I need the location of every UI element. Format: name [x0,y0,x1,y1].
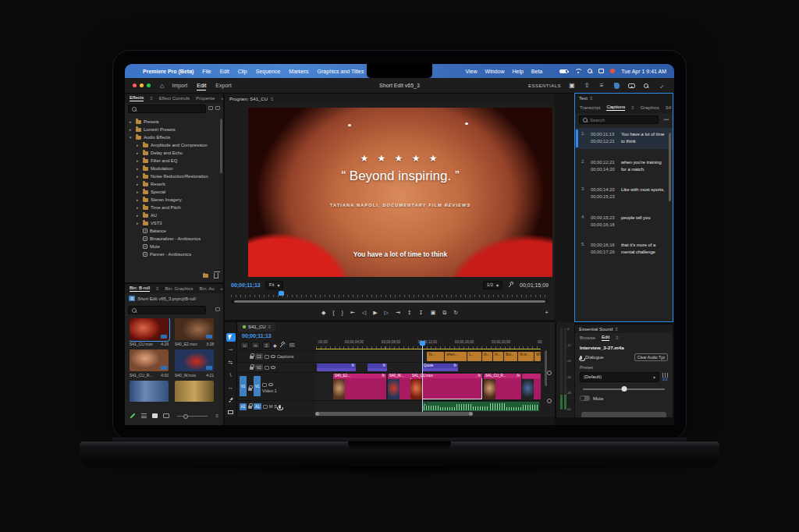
bin-clip-item[interactable]: S40_E2.mov3:28 [175,318,214,346]
audio-type-label[interactable]: Dialogue [585,355,604,360]
filter-32bit-icon[interactable] [215,106,220,110]
mode-tab-export[interactable]: Export [215,81,231,90]
timeline-playhead-head[interactable] [420,341,425,346]
caption-text[interactable]: when you're training for a match. [621,159,668,174]
video-clip[interactable]: S41_CU.movfx [410,374,482,399]
caption-entry[interactable]: 2.00;00;12;2100;00;14;20when you're trai… [575,156,673,177]
mark-out-button[interactable]: } [342,310,343,315]
caption-clip[interactable]: th... [493,352,503,361]
settings-button[interactable]: ↻ [453,310,458,315]
bin-search[interactable] [128,306,206,314]
sync-lock-icon[interactable] [265,355,269,359]
caption-clip[interactable]: L... [467,352,481,361]
workspace-label[interactable]: ESSENTIALS [528,83,561,88]
tab-browse[interactable]: Browse [580,335,595,340]
linked-selection-icon[interactable]: ∞ [251,342,260,349]
caption-text[interactable]: You have a lot of time to think [621,131,668,146]
expander-icon[interactable]: ▸ [137,143,140,147]
caption-clip[interactable]: Yo... [427,352,444,361]
sync-lock-icon[interactable] [262,383,267,387]
track-visibility-icon[interactable] [268,383,273,386]
captions-search[interactable] [579,115,659,124]
effects-tree-item[interactable]: ▸Special [125,188,219,196]
expander-icon[interactable]: ▸ [130,127,133,132]
clip-gain-icon[interactable]: 0.0 [662,373,668,381]
panel-menu-icon[interactable]: ≡ [150,96,153,101]
caption-entry[interactable]: 5.00;00;16;1600;00;17;26that it's more o… [575,239,673,260]
tab-transcript[interactable]: Transcript [580,105,600,110]
video-clip[interactable]: S41_CU_R...fx [484,374,521,399]
menubar-clock[interactable]: Tue Apr 1 9:41 AM [621,69,666,74]
sync-lock-icon[interactable] [263,405,268,409]
expander-icon[interactable]: ▸ [137,158,140,163]
effects-tree-item[interactable]: ▸Lumetri Presets [125,126,219,133]
tab-overflow-icon[interactable]: » [221,286,223,291]
panel-menu-icon[interactable]: ≡ [590,96,593,101]
wifi-icon[interactable] [574,69,581,74]
playback-resolution-dropdown[interactable]: 1/2▾ [483,281,502,289]
track-mute-button[interactable]: M [269,404,273,409]
expander-icon[interactable]: ▸ [137,197,140,202]
zoom-window-button[interactable] [147,83,151,87]
audio-meters-panel[interactable]: -6-12-24-36-48-60 [556,322,574,417]
effects-tree-item[interactable]: ▸Filter and EQ [125,157,219,165]
spotlight-icon[interactable] [588,69,592,73]
menu-clip[interactable]: Clip [238,69,247,74]
caption-clip[interactable]: But... [504,352,517,361]
expander-icon[interactable]: ▸ [137,213,140,218]
lock-icon[interactable] [250,367,254,370]
effects-tree-item[interactable]: Binauralizer - Ambisonics [125,235,219,243]
captions-search-input[interactable] [590,118,655,122]
tab-effects[interactable]: Effects [130,95,144,101]
captions-scrollbar[interactable] [669,133,671,201]
caption-clip[interactable]: Wh [534,352,541,361]
battery-icon[interactable] [559,69,568,73]
effects-tree-item[interactable]: ▸Time and Pitch [125,204,219,211]
expander-icon[interactable]: ▸ [130,119,133,124]
monitor-settings-wrench-icon[interactable] [507,281,515,289]
snap-icon[interactable]: ∪ [240,342,249,349]
workspace-icon[interactable]: ▣ [568,82,576,90]
status-dot-icon[interactable] [610,69,615,73]
effects-search-input[interactable] [139,107,202,112]
clear-audio-type-button[interactable]: Clear Audio Typ [634,353,668,361]
clip-thumbnail[interactable] [130,318,169,340]
step-back-button[interactable]: ◁ [362,310,366,315]
adjustment-pen-icon[interactable] [130,413,135,418]
marker-icon[interactable]: ◆ [273,342,277,348]
effects-tree-item[interactable]: ▸Amplitude and Compression [125,141,219,149]
pen-tool-icon[interactable] [613,82,620,90]
caption-clip[interactable]: th... [482,352,492,361]
bin-search-input[interactable] [139,308,202,313]
mode-tab-edit[interactable]: Edit [197,81,206,90]
tab-overflow-icon[interactable]: » [221,96,223,101]
sync-lock-icon[interactable] [265,366,269,370]
stacked-panels-icon[interactable]: ≡ [598,82,605,90]
menu-view[interactable]: View [466,69,478,74]
timeline-settings-icon[interactable]: ≡ [262,342,271,349]
expander-icon[interactable]: ▸ [137,190,140,194]
sort-menu-icon[interactable]: ≡ [215,413,218,418]
expander-icon[interactable]: ▾ [130,135,133,140]
extract-button[interactable]: ↧ [419,310,424,315]
menu-help[interactable]: Help [512,69,523,74]
panel-menu-icon[interactable]: ≡ [616,335,619,340]
clip-thumbnail[interactable] [175,349,214,371]
selection-tool[interactable] [226,333,236,342]
effects-tree-item[interactable]: ▸Delay and Echo [125,149,219,157]
zoom-level-dropdown[interactable]: Fit▾ [265,281,284,289]
clip-thumbnail[interactable] [130,381,169,402]
comparison-view-button[interactable]: ⧉ [442,310,446,315]
program-monitor-title[interactable]: Program: S41_CU [229,97,268,101]
step-forward-button[interactable]: ▷ [385,310,389,315]
bin-clip-item[interactable]: S41_CU.mov4:29 [130,318,169,346]
v2-target[interactable]: V2 [255,364,263,371]
thumbnail-view-icon[interactable] [152,413,158,418]
tab-captions[interactable]: Captions [606,105,625,111]
graphics-clip[interactable]: Quotefx [422,364,458,371]
go-to-in-button[interactable]: ⇤ [350,310,355,315]
bin-clip-item[interactable] [175,381,214,402]
effects-tree-item[interactable]: ▸AU [125,211,219,219]
caption-clip[interactable]: when... [445,352,467,361]
menu-edit[interactable]: Edit [220,69,229,74]
